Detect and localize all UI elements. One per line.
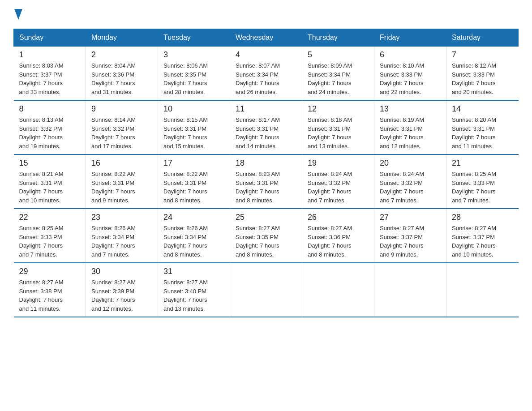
day-info: Sunrise: 8:12 AM Sunset: 3:33 PM Dayligh… [452,61,513,96]
header-thursday: Thursday [302,29,374,47]
calendar-cell: 4Sunrise: 8:07 AM Sunset: 3:34 PM Daylig… [230,47,302,101]
calendar-cell: 31Sunrise: 8:27 AM Sunset: 3:40 PM Dayli… [158,263,230,317]
day-number: 18 [236,158,296,168]
day-number: 31 [163,267,224,276]
header-wednesday: Wednesday [230,29,302,47]
calendar-cell: 29Sunrise: 8:27 AM Sunset: 3:38 PM Dayli… [14,263,86,317]
day-number: 29 [19,267,81,276]
calendar-week-row: 1Sunrise: 8:03 AM Sunset: 3:37 PM Daylig… [14,47,519,101]
day-number: 13 [380,104,441,114]
day-number: 19 [308,158,369,168]
calendar-week-row: 15Sunrise: 8:21 AM Sunset: 3:31 PM Dayli… [14,154,519,209]
day-number: 15 [19,158,81,168]
day-number: 21 [452,158,513,168]
day-info: Sunrise: 8:03 AM Sunset: 3:37 PM Dayligh… [19,61,81,96]
day-number: 28 [452,213,513,222]
day-info: Sunrise: 8:27 AM Sunset: 3:38 PM Dayligh… [19,278,81,313]
day-info: Sunrise: 8:22 AM Sunset: 3:31 PM Dayligh… [163,170,224,205]
calendar-cell: 25Sunrise: 8:27 AM Sunset: 3:35 PM Dayli… [230,209,302,263]
calendar-cell: 6Sunrise: 8:10 AM Sunset: 3:33 PM Daylig… [374,47,446,101]
calendar-week-row: 22Sunrise: 8:25 AM Sunset: 3:33 PM Dayli… [14,209,519,263]
day-number: 25 [236,213,296,222]
day-info: Sunrise: 8:09 AM Sunset: 3:34 PM Dayligh… [308,61,369,96]
day-info: Sunrise: 8:13 AM Sunset: 3:32 PM Dayligh… [19,116,81,150]
day-info: Sunrise: 8:27 AM Sunset: 3:40 PM Dayligh… [163,278,224,313]
calendar-cell: 8Sunrise: 8:13 AM Sunset: 3:32 PM Daylig… [14,100,86,154]
calendar-cell: 28Sunrise: 8:27 AM Sunset: 3:37 PM Dayli… [446,209,519,263]
day-number: 22 [19,213,81,222]
day-number: 20 [380,158,441,168]
calendar-cell: 15Sunrise: 8:21 AM Sunset: 3:31 PM Dayli… [14,154,86,209]
day-info: Sunrise: 8:23 AM Sunset: 3:31 PM Dayligh… [236,170,296,205]
day-number: 23 [91,213,152,222]
day-info: Sunrise: 8:27 AM Sunset: 3:37 PM Dayligh… [380,224,441,259]
day-number: 7 [452,50,513,60]
day-info: Sunrise: 8:24 AM Sunset: 3:32 PM Dayligh… [380,170,441,205]
logo-triangle-icon [14,9,22,20]
day-info: Sunrise: 8:25 AM Sunset: 3:33 PM Dayligh… [19,224,81,259]
day-number: 27 [380,213,441,222]
day-number: 1 [19,50,81,60]
day-number: 5 [308,50,369,60]
calendar-cell: 30Sunrise: 8:27 AM Sunset: 3:39 PM Dayli… [86,263,158,317]
calendar-cell: 17Sunrise: 8:22 AM Sunset: 3:31 PM Dayli… [158,154,230,209]
day-info: Sunrise: 8:10 AM Sunset: 3:33 PM Dayligh… [380,61,441,96]
calendar-cell: 22Sunrise: 8:25 AM Sunset: 3:33 PM Dayli… [14,209,86,263]
header-tuesday: Tuesday [158,29,230,47]
day-number: 24 [163,213,224,222]
calendar-cell [230,263,302,317]
day-number: 16 [91,158,152,168]
calendar-week-row: 29Sunrise: 8:27 AM Sunset: 3:38 PM Dayli… [14,263,519,317]
day-info: Sunrise: 8:19 AM Sunset: 3:31 PM Dayligh… [380,116,441,150]
calendar-cell [374,263,446,317]
calendar-cell: 10Sunrise: 8:15 AM Sunset: 3:31 PM Dayli… [158,100,230,154]
calendar-cell: 21Sunrise: 8:25 AM Sunset: 3:33 PM Dayli… [446,154,519,209]
day-info: Sunrise: 8:06 AM Sunset: 3:35 PM Dayligh… [163,61,224,96]
calendar-cell: 2Sunrise: 8:04 AM Sunset: 3:36 PM Daylig… [86,47,158,101]
calendar-cell [302,263,374,317]
logo [13,9,22,20]
day-number: 14 [452,104,513,114]
day-number: 4 [236,50,296,60]
calendar-cell: 24Sunrise: 8:26 AM Sunset: 3:34 PM Dayli… [158,209,230,263]
day-info: Sunrise: 8:17 AM Sunset: 3:31 PM Dayligh… [236,116,296,150]
calendar-cell: 5Sunrise: 8:09 AM Sunset: 3:34 PM Daylig… [302,47,374,101]
calendar-cell [446,263,519,317]
calendar-table: SundayMondayTuesdayWednesdayThursdayFrid… [13,29,519,317]
calendar-cell: 3Sunrise: 8:06 AM Sunset: 3:35 PM Daylig… [158,47,230,101]
calendar-cell: 16Sunrise: 8:22 AM Sunset: 3:31 PM Dayli… [86,154,158,209]
page-header [13,9,519,20]
calendar-cell: 14Sunrise: 8:20 AM Sunset: 3:31 PM Dayli… [446,100,519,154]
day-number: 30 [91,267,152,276]
day-info: Sunrise: 8:27 AM Sunset: 3:39 PM Dayligh… [91,278,152,313]
day-number: 11 [236,104,296,114]
calendar-cell: 19Sunrise: 8:24 AM Sunset: 3:32 PM Dayli… [302,154,374,209]
header-monday: Monday [86,29,158,47]
day-number: 26 [308,213,369,222]
calendar-cell: 18Sunrise: 8:23 AM Sunset: 3:31 PM Dayli… [230,154,302,209]
day-number: 9 [91,104,152,114]
calendar-header-row: SundayMondayTuesdayWednesdayThursdayFrid… [14,29,519,47]
calendar-cell: 27Sunrise: 8:27 AM Sunset: 3:37 PM Dayli… [374,209,446,263]
day-info: Sunrise: 8:27 AM Sunset: 3:37 PM Dayligh… [452,224,513,259]
day-info: Sunrise: 8:27 AM Sunset: 3:35 PM Dayligh… [236,224,296,259]
calendar-week-row: 8Sunrise: 8:13 AM Sunset: 3:32 PM Daylig… [14,100,519,154]
calendar-cell: 1Sunrise: 8:03 AM Sunset: 3:37 PM Daylig… [14,47,86,101]
header-friday: Friday [374,29,446,47]
header-saturday: Saturday [446,29,519,47]
day-info: Sunrise: 8:07 AM Sunset: 3:34 PM Dayligh… [236,61,296,96]
day-number: 12 [308,104,369,114]
day-info: Sunrise: 8:26 AM Sunset: 3:34 PM Dayligh… [163,224,224,259]
day-info: Sunrise: 8:04 AM Sunset: 3:36 PM Dayligh… [91,61,152,96]
day-info: Sunrise: 8:20 AM Sunset: 3:31 PM Dayligh… [452,116,513,150]
day-number: 3 [163,50,224,60]
day-number: 8 [19,104,81,114]
svg-marker-0 [14,9,22,20]
day-info: Sunrise: 8:24 AM Sunset: 3:32 PM Dayligh… [308,170,369,205]
day-info: Sunrise: 8:27 AM Sunset: 3:36 PM Dayligh… [308,224,369,259]
day-info: Sunrise: 8:22 AM Sunset: 3:31 PM Dayligh… [91,170,152,205]
calendar-cell: 23Sunrise: 8:26 AM Sunset: 3:34 PM Dayli… [86,209,158,263]
day-info: Sunrise: 8:18 AM Sunset: 3:31 PM Dayligh… [308,116,369,150]
calendar-cell: 20Sunrise: 8:24 AM Sunset: 3:32 PM Dayli… [374,154,446,209]
day-info: Sunrise: 8:25 AM Sunset: 3:33 PM Dayligh… [452,170,513,205]
